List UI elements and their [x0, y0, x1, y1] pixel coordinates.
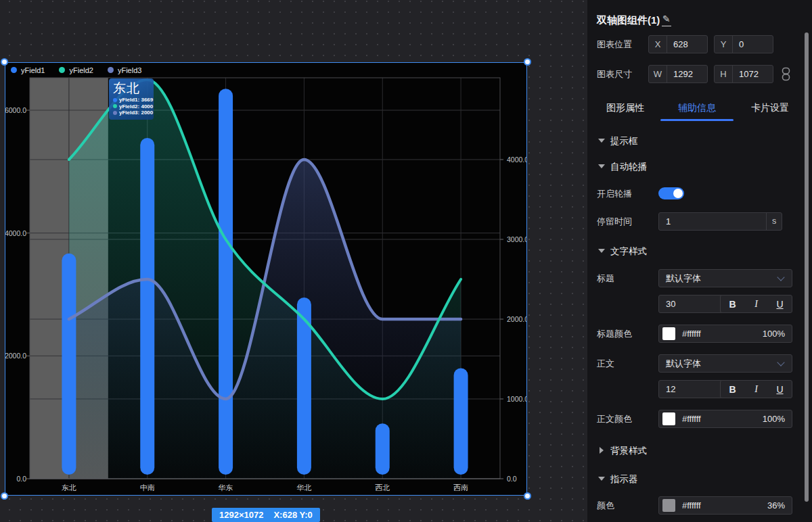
tooltip-value: yField2: 4000 [119, 103, 153, 110]
chart-position-label: 图表位置 [597, 35, 632, 53]
h-prefix: H [715, 66, 733, 82]
edit-pencil-icon[interactable]: ✎ [662, 13, 671, 26]
x-category-label: 华东 [218, 483, 233, 492]
italic-button[interactable]: I [750, 299, 763, 310]
bold-button[interactable]: B [726, 299, 740, 310]
color-swatch[interactable] [662, 412, 675, 425]
series-dot-icon [113, 111, 117, 115]
bar-东北[interactable] [62, 254, 76, 475]
collapse-arrow-icon [598, 249, 605, 253]
title-font-select[interactable]: 默认字体 [658, 269, 792, 287]
x-category-label: 中南 [140, 483, 155, 492]
body-font-label: 正文 [597, 354, 614, 373]
axis-tick-label: 0.0 [507, 475, 517, 483]
bar-中南[interactable] [140, 138, 154, 475]
legend-item-yField3[interactable]: yField3 [108, 64, 141, 76]
underline-button[interactable]: U [773, 384, 787, 395]
legend-label: yField1 [21, 66, 45, 74]
axis-tick-label: 0.0 [16, 475, 26, 483]
tooltip-row: yField1: 3669 [113, 97, 150, 103]
y-value[interactable]: 0 [733, 39, 773, 49]
title-color-picker[interactable]: #ffffff 100% [658, 325, 792, 343]
h-value[interactable]: 1072 [733, 69, 773, 79]
axis-tick-label: 3000.0 [507, 235, 526, 243]
resize-handle-top-right[interactable] [524, 58, 531, 66]
body-font-select[interactable]: 默认字体 [658, 354, 792, 373]
panel-scrollbar[interactable] [805, 32, 809, 502]
bar-西北[interactable] [376, 423, 390, 475]
carousel-enable-label: 开启轮播 [597, 187, 632, 200]
tooltip-value: yField1: 3669 [119, 97, 153, 103]
axis-tick-label: 2000.0 [507, 315, 526, 323]
size-w-field[interactable]: W 1292 [648, 65, 708, 83]
size-h-field[interactable]: H 1072 [714, 65, 773, 83]
italic-button[interactable]: I [750, 384, 763, 395]
legend-label: yField2 [69, 66, 93, 74]
x-value[interactable]: 628 [667, 39, 707, 49]
x-category-label: 华北 [296, 483, 311, 492]
resize-handle-bottom-right[interactable] [524, 492, 531, 500]
section-indicator[interactable]: 指示器 [587, 473, 812, 486]
section-carousel[interactable]: 自动轮播 [587, 160, 812, 174]
resize-handle-bottom-left[interactable] [1, 492, 8, 500]
legend-dot-icon [11, 67, 17, 73]
chart-tooltip: 东北 yField1: 3669yField2: 4000yField3: 20… [109, 78, 154, 120]
position-x-field[interactable]: X 628 [648, 35, 708, 53]
dual-axis-chart-component[interactable]: 0.02000.04000.06000.00.01000.02000.03000… [5, 62, 527, 496]
bar-西南[interactable] [454, 369, 468, 475]
chevron-down-icon [777, 358, 784, 366]
axis-tick-label: 4000.0 [507, 156, 526, 164]
y-prefix: Y [715, 36, 733, 53]
tooltip-row: yField3: 2000 [113, 110, 150, 116]
indicator-color-picker[interactable]: #ffffff 36% [658, 496, 792, 515]
carousel-toggle[interactable] [658, 187, 684, 199]
properties-panel: 双轴图组件(1) ✎ 图表位置 X 628 Y 0 图表尺寸 W 1292 H … [587, 0, 812, 522]
w-prefix: W [649, 66, 667, 82]
axis-tick-label: 1000.0 [507, 395, 526, 403]
axis-tick-label: 4000.0 [5, 229, 26, 237]
section-tooltip[interactable]: 提示框 [587, 135, 812, 148]
chevron-down-icon [777, 273, 784, 281]
dwell-time-input[interactable]: 1 s [658, 212, 782, 231]
legend-item-yField2[interactable]: yField2 [59, 64, 93, 76]
bar-华东[interactable] [219, 89, 233, 475]
tab-auxiliary-info[interactable]: 辅助信息 [660, 99, 734, 116]
indicator-color-label: 颜色 [597, 496, 614, 515]
aspect-ratio-link-icon[interactable] [782, 67, 790, 84]
legend-dot-icon [59, 67, 65, 73]
underline-button[interactable]: U [773, 299, 787, 310]
legend-item-yField1[interactable]: yField1 [11, 64, 45, 76]
body-color-label: 正文颜色 [597, 410, 632, 428]
tooltip-title: 东北 [113, 80, 150, 97]
size-position-badge: 1292×1072 X:628 Y:0 [212, 508, 320, 522]
axis-tick-label: 6000.0 [5, 106, 26, 114]
expand-arrow-icon [600, 447, 604, 454]
bold-button[interactable]: B [726, 384, 740, 395]
legend-label: yField3 [118, 66, 141, 74]
resize-handle-top-left[interactable] [1, 58, 8, 66]
position-y-field[interactable]: Y 0 [714, 35, 773, 53]
active-tab-underline [660, 119, 734, 121]
section-text-style[interactable]: 文字样式 [587, 245, 812, 258]
w-value[interactable]: 1292 [667, 69, 707, 79]
tooltip-row: yField2: 4000 [113, 103, 150, 110]
section-background[interactable]: 背景样式 [587, 444, 812, 458]
body-color-picker[interactable]: #ffffff 100% [658, 410, 792, 428]
badge-size: 1292×1072 [219, 510, 263, 520]
x-prefix: X [649, 36, 667, 53]
tab-graphic-properties[interactable]: 图形属性 [589, 99, 662, 116]
x-category-label: 西南 [453, 483, 468, 492]
axis-tick-label: 2000.0 [5, 352, 26, 360]
color-swatch[interactable] [662, 499, 675, 512]
collapse-arrow-icon [598, 477, 605, 481]
x-category-label: 西北 [375, 483, 390, 492]
collapse-arrow-icon [598, 139, 605, 143]
component-title: 双轴图组件(1) [597, 11, 660, 30]
color-swatch[interactable] [662, 327, 675, 340]
tab-card-settings[interactable]: 卡片设置 [734, 99, 807, 116]
series-dot-icon [113, 98, 117, 102]
badge-position: X:628 Y:0 [273, 510, 312, 520]
tooltip-value: yField3: 2000 [119, 110, 153, 116]
chart-size-label: 图表尺寸 [597, 65, 632, 83]
legend-dot-icon [108, 67, 114, 73]
